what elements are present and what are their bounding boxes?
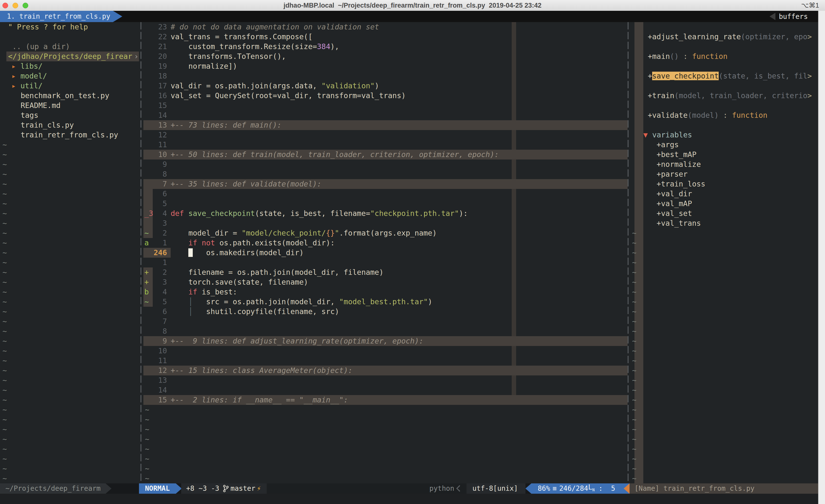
line-number: 17: [153, 81, 167, 91]
nerdtree-item-dir[interactable]: ▸ util/: [0, 81, 139, 91]
fold-line[interactable]: 13+-- 73 lines: def main():: [143, 120, 627, 130]
code-line[interactable]: 6 │ shutil.copyfile(filename, src): [143, 307, 627, 317]
nerdtree-filler: ~: [0, 169, 139, 179]
gutter-sign: _3: [144, 208, 153, 219]
fold-line[interactable]: 7+-- 35 lines: def validate(model):: [143, 179, 627, 189]
code-line[interactable]: 18: [143, 71, 627, 81]
fold-line[interactable]: 10+-- 50 lines: def train(model, train_l…: [143, 150, 627, 160]
nerdtree-item-updir[interactable]: .. (up a dir): [0, 42, 139, 52]
code-line[interactable]: ~5 │ src = os.path.join(model_dir, "mode…: [143, 297, 627, 307]
scrollbar[interactable]: [818, 11, 825, 504]
code-line[interactable]: 11: [143, 356, 627, 365]
code-line[interactable]: 14: [143, 110, 627, 120]
code-line[interactable]: 16val_set = QuerySet(root=val_dir, trans…: [143, 91, 627, 101]
tagbar-item-tag[interactable]: +train(model, train_loader, criterio>: [630, 91, 818, 101]
code-line[interactable]: 15: [143, 101, 627, 110]
code-line[interactable]: 246 os.makedirs(model_dir): [143, 248, 627, 258]
tagbar-item-var[interactable]: +normalize: [630, 160, 818, 169]
scroll-percent: 86%: [538, 483, 550, 494]
line-number: 1: [153, 258, 167, 267]
tagbar-filler: ~: [630, 385, 818, 395]
nerdtree-item-help[interactable]: " Press ? for help: [0, 22, 139, 32]
fold-line[interactable]: 12+-- 15 lines: class AverageMeter(objec…: [143, 365, 627, 375]
fold-line[interactable]: 15+-- 2 lines: if __name__ == "__main__"…: [143, 395, 627, 405]
code-line[interactable]: 22val_trans = transforms.Compose([: [143, 32, 627, 42]
code-line[interactable]: 21 custom_transform.Resize(size=384),: [143, 42, 627, 52]
code-line[interactable]: b4 if is_best:: [143, 287, 627, 297]
line-number: 19: [153, 61, 167, 71]
window-separator[interactable]: [140, 22, 141, 483]
code-line[interactable]: 20 transforms.ToTensor(),: [143, 52, 627, 61]
code-line[interactable]: 17val_dir = os.path.join(args.data, "val…: [143, 81, 627, 91]
nerdtree-item-dir[interactable]: ▸ model/: [0, 71, 139, 81]
code-line[interactable]: 9: [143, 160, 627, 169]
tagbar-item-var[interactable]: +parser: [630, 169, 818, 179]
tagbar-filler: ~: [630, 395, 818, 405]
window-separator[interactable]: [627, 22, 628, 483]
tagbar-item-var[interactable]: +val_dir: [630, 189, 818, 199]
code-line[interactable]: 1: [143, 258, 627, 267]
code-line[interactable]: 13: [143, 375, 627, 385]
code-line[interactable]: 23# do not do data augmentation on valid…: [143, 22, 627, 32]
nerdtree-item-file[interactable]: tags: [0, 110, 139, 120]
nerdtree-item-file[interactable]: README.md: [0, 101, 139, 110]
nerdtree-filler: ~: [0, 385, 139, 395]
code-line[interactable]: 14: [143, 385, 627, 395]
nerdtree-item-file[interactable]: benchmark_on_test.py: [0, 91, 139, 101]
tagbar-item-var[interactable]: +val_set: [630, 208, 818, 219]
tagbar-filler: ~: [630, 277, 818, 287]
editor-filler: ~: [143, 424, 627, 434]
code-line[interactable]: +2 filename = os.path.join(model_dir, fi…: [143, 267, 627, 277]
line-number: 1: [153, 238, 167, 248]
tagbar-item-header[interactable]: ▼ variables: [630, 130, 818, 140]
tagbar-filler: ~: [630, 287, 818, 297]
editor-filler: ~: [143, 474, 627, 483]
code-line[interactable]: 12: [143, 130, 627, 140]
code-line[interactable]: 19 normalize]): [143, 61, 627, 71]
gutter-sign: +: [144, 277, 149, 287]
nerdtree-item-root[interactable]: </jdhao/Projects/deep_firear›: [6, 52, 139, 61]
nerdtree-item-file[interactable]: train_cls.py: [0, 120, 139, 130]
code-line[interactable]: 11: [143, 140, 627, 150]
fold-line[interactable]: 9+-- 9 lines: def adjust_learning_rate(o…: [143, 336, 627, 346]
tagbar-item-tag[interactable]: +adjust_learning_rate(optimizer, epo>: [630, 32, 818, 42]
nerdtree-filler: ~: [0, 444, 139, 454]
nerdtree-filler: ~: [0, 199, 139, 208]
nerdtree-filler: ~: [0, 356, 139, 365]
tagbar-item-var[interactable]: +val_mAP: [630, 199, 818, 208]
tagbar-item-var[interactable]: +train_loss: [630, 179, 818, 189]
editor-filler: ~: [143, 415, 627, 424]
tab-arrow-separator: [113, 11, 122, 22]
tagbar-item-tag[interactable]: +main() : function: [630, 52, 818, 61]
code-line[interactable]: 7: [143, 317, 627, 326]
line-number: 10: [153, 150, 167, 160]
line-number: 18: [153, 71, 167, 81]
code-line[interactable]: 3: [143, 219, 627, 228]
buffer-tab[interactable]: 1. train_retr_from_cls.py: [0, 11, 113, 22]
code-line[interactable]: 6: [143, 189, 627, 199]
code-line[interactable]: 8: [143, 326, 627, 336]
line-number: 7: [153, 317, 167, 326]
tagbar-item-var[interactable]: +best_mAP: [630, 150, 818, 160]
terminal-window: jdhao-MBP.local ~/Projects/deep_firearm/…: [0, 0, 825, 504]
column-number: 5: [611, 483, 615, 494]
tagbar-item-var[interactable]: +val_trans: [630, 219, 818, 228]
tagbar-item-var[interactable]: +args: [630, 140, 818, 150]
nerdtree-item-file[interactable]: train_retr_from_cls.py: [0, 130, 139, 140]
tagbar-item-tag[interactable]: +validate(model) : function: [630, 110, 818, 120]
code-line[interactable]: 10: [143, 346, 627, 356]
nerdtree-filler: ~: [0, 238, 139, 248]
nerdtree-filler: ~: [0, 228, 139, 238]
code-line[interactable]: a1 if not os.path.exists(model_dir):: [143, 238, 627, 248]
code-line[interactable]: _34def save_checkpoint(state, is_best, f…: [143, 208, 627, 219]
code-line[interactable]: +3 torch.save(state, filename): [143, 277, 627, 287]
tagbar-filler: ~: [630, 248, 818, 258]
editor-filler: ~: [143, 434, 627, 444]
line-number: 13: [153, 375, 167, 385]
code-line[interactable]: ~2 model_dir = "model/check_point/{}".fo…: [143, 228, 627, 238]
code-line[interactable]: 8: [143, 169, 627, 179]
nerdtree-filler: ~: [0, 287, 139, 297]
nerdtree-item-dir[interactable]: ▸ libs/: [0, 61, 139, 71]
code-line[interactable]: 5: [143, 199, 627, 208]
tagbar-item-tag[interactable]: +save_checkpoint(state, is_best, fil>: [630, 71, 818, 81]
